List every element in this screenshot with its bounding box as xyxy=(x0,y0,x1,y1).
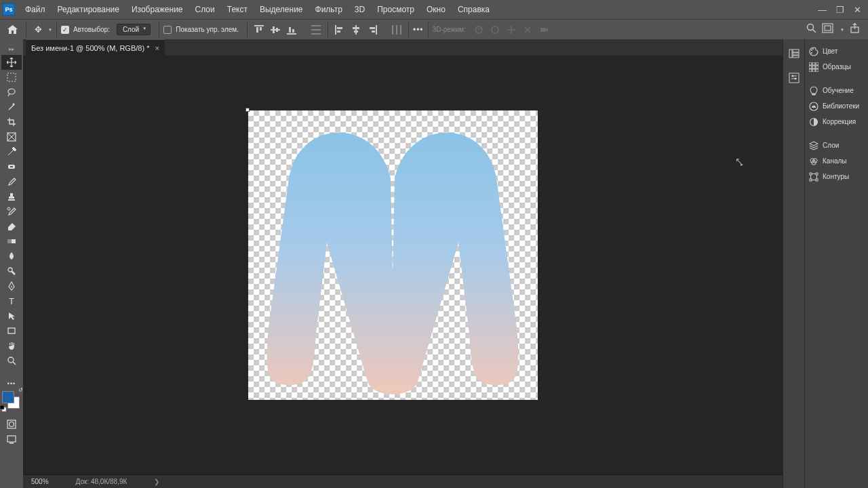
wand-tool[interactable] xyxy=(1,100,22,115)
stamp-tool[interactable] xyxy=(1,189,22,204)
doc-size-readout[interactable]: Док: 48,0К/88,9К xyxy=(76,478,127,485)
type-tool[interactable]: T xyxy=(1,293,22,308)
distribute-left-icon[interactable] xyxy=(389,22,404,37)
autoselect-checkbox[interactable]: ✓ xyxy=(61,26,69,34)
shape-tool[interactable] xyxy=(1,323,22,338)
menu-image[interactable]: Изображение xyxy=(125,0,189,19)
svg-point-27 xyxy=(808,24,814,30)
document-canvas[interactable] xyxy=(248,110,538,400)
history-brush-tool[interactable] xyxy=(1,204,22,219)
svg-rect-3 xyxy=(271,29,280,30)
halfcircle-icon xyxy=(809,117,818,127)
swap-colors-icon[interactable]: ↺ xyxy=(18,387,23,393)
svg-rect-21 xyxy=(392,25,393,35)
edit-toolbar-icon[interactable]: ••• xyxy=(7,380,16,387)
properties-panel-icon[interactable] xyxy=(787,70,802,85)
svg-rect-38 xyxy=(10,166,13,167)
svg-point-44 xyxy=(11,286,12,287)
close-icon[interactable]: ✕ xyxy=(854,5,861,15)
align-right-icon[interactable] xyxy=(365,22,380,37)
svg-rect-71 xyxy=(812,66,815,68)
align-left-icon[interactable] xyxy=(332,22,347,37)
align-hcenter-icon[interactable] xyxy=(349,22,363,37)
svg-rect-10 xyxy=(311,29,321,30)
eraser-tool[interactable] xyxy=(1,219,22,234)
distribute-top-icon[interactable] xyxy=(309,22,323,37)
cursor-icon: ↖ xyxy=(735,156,743,166)
frame-tool[interactable] xyxy=(1,129,22,144)
heal-tool[interactable] xyxy=(1,159,22,174)
move-tool-icon: ✥ xyxy=(31,22,45,37)
tab-close-icon[interactable]: × xyxy=(155,44,159,52)
blur-tool[interactable] xyxy=(1,249,22,264)
gradient-tool[interactable] xyxy=(1,234,22,249)
panel-layers[interactable]: Слои xyxy=(805,138,868,153)
document-tab[interactable]: Без имени-1 @ 500% (M, RGB/8) * × xyxy=(26,39,165,56)
zoom-readout[interactable]: 500% xyxy=(31,478,49,485)
3d-roll-icon xyxy=(488,22,502,37)
maximize-icon[interactable]: ❐ xyxy=(836,5,844,15)
menu-edit[interactable]: Редактирование xyxy=(52,0,125,19)
crop-tool[interactable] xyxy=(1,115,22,129)
align-vcenter-icon[interactable] xyxy=(268,22,283,37)
brush-tool[interactable] xyxy=(1,174,22,189)
svg-rect-0 xyxy=(254,25,264,26)
minimize-icon[interactable]: — xyxy=(818,5,827,15)
svg-point-64 xyxy=(811,49,812,51)
menu-view[interactable]: Просмотр xyxy=(371,0,420,19)
menu-window[interactable]: Окно xyxy=(420,0,452,19)
svg-rect-68 xyxy=(812,62,815,65)
workspace-caret-icon[interactable]: ▼ xyxy=(840,28,844,32)
more-options-icon[interactable]: ••• xyxy=(413,25,424,35)
svg-point-25 xyxy=(492,26,498,33)
search-icon[interactable] xyxy=(806,23,816,36)
pen-tool[interactable] xyxy=(1,279,22,293)
menu-layers[interactable]: Слои xyxy=(189,0,221,19)
3d-orbit-icon xyxy=(471,22,486,37)
panel-learn[interactable]: Обучение xyxy=(805,83,868,98)
align-top-icon[interactable] xyxy=(252,22,267,37)
quickmask-tool[interactable] xyxy=(1,417,22,432)
menu-filter[interactable]: Фильтр xyxy=(309,0,349,19)
3d-camera-icon xyxy=(536,22,551,37)
menu-3d[interactable]: 3D xyxy=(349,0,371,19)
paths-icon xyxy=(809,172,818,182)
svg-point-42 xyxy=(8,268,12,272)
svg-rect-5 xyxy=(276,28,278,32)
move-tool[interactable] xyxy=(1,55,22,70)
panel-channels[interactable]: Каналы xyxy=(805,153,868,169)
show-controls-checkbox[interactable] xyxy=(163,26,172,34)
panel-swatches[interactable]: Образцы xyxy=(805,59,868,75)
history-panel-icon[interactable] xyxy=(787,46,802,61)
foreground-color-swatch[interactable] xyxy=(2,391,14,403)
share-icon[interactable] xyxy=(850,23,860,36)
menu-help[interactable]: Справка xyxy=(452,0,496,19)
align-bottom-icon[interactable] xyxy=(284,22,299,37)
color-swatches[interactable]: ↺ xyxy=(2,391,21,410)
lasso-tool[interactable] xyxy=(1,85,22,100)
default-colors-icon[interactable] xyxy=(0,405,7,412)
autoselect-target-select[interactable]: Слой ▼ xyxy=(117,24,151,35)
screenmode-tool[interactable] xyxy=(1,432,22,447)
path-select-tool[interactable] xyxy=(1,308,22,323)
tool-caret-icon[interactable]: ▼ xyxy=(48,28,52,32)
panel-libraries[interactable]: Библиотеки xyxy=(805,98,868,114)
panel-paths[interactable]: Контуры xyxy=(805,169,868,184)
panel-adjustments[interactable]: Коррекция xyxy=(805,114,868,129)
svg-point-52 xyxy=(9,422,14,427)
panel-color[interactable]: Цвет xyxy=(805,43,868,59)
eyedropper-tool[interactable] xyxy=(1,144,22,159)
dodge-tool[interactable] xyxy=(1,264,22,279)
3d-slide-icon xyxy=(520,22,535,37)
home-button[interactable] xyxy=(3,22,22,38)
hand-tool[interactable] xyxy=(1,338,22,353)
zoom-tool[interactable] xyxy=(1,353,22,368)
artboard-icon[interactable] xyxy=(822,23,833,36)
menu-text[interactable]: Текст xyxy=(221,0,254,19)
app-icon: Ps xyxy=(3,3,15,16)
marquee-tool[interactable] xyxy=(1,70,22,85)
menu-select[interactable]: Выделение xyxy=(254,0,309,19)
menu-file[interactable]: Файл xyxy=(19,0,52,19)
status-caret-icon[interactable]: ❯ xyxy=(154,478,159,485)
canvas-area[interactable]: ↖ xyxy=(23,56,783,474)
